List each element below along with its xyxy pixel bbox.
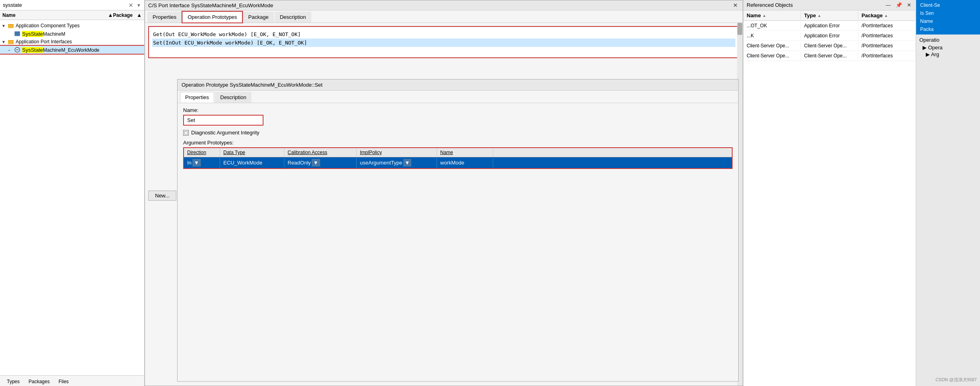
arg-header-implpolicy: ImplPolicy [357, 148, 437, 157]
op-proto-title: Operation Prototype SysStateMachineM_Ecu… [182, 82, 323, 88]
arg-implpolicy-arrow[interactable]: ▼ [403, 159, 412, 167]
scroll-thumb[interactable] [737, 23, 742, 35]
ref-col-package: Package ▲ [858, 11, 916, 20]
tree-header-package: Package [113, 12, 137, 18]
tab-properties[interactable]: Properties [147, 12, 182, 22]
ref-panel-pin-icon[interactable]: 📌 [894, 2, 903, 8]
ref-col-pkg-sort[interactable]: ▲ [884, 14, 888, 18]
op-proto-tab-properties[interactable]: Properties [180, 92, 214, 103]
ref-panel-icons: — 📌 ✕ [884, 2, 913, 8]
svg-rect-4 [15, 32, 20, 36]
operation-list-area: Get(Out ECU_WorkMode workMode) [E_OK, E_… [148, 26, 739, 58]
ref-panel-minimize-icon[interactable]: — [884, 2, 892, 8]
op-proto-content: Name: □ Diagnostic Argument Integrity Ar… [178, 103, 738, 381]
ref-panel-header: Referenced Objects — 📌 ✕ [743, 0, 916, 10]
ref-cell-type-2: Client-Server Ope... [801, 42, 858, 50]
cs-panel-close-icon[interactable]: ✕ [731, 2, 739, 8]
opera-icon: ▶ [923, 45, 927, 51]
arg-section-label: Argument Prototypes: [183, 140, 733, 146]
arg-direction-arrow[interactable]: ▼ [192, 159, 201, 167]
ref-col-name: Name ▲ [743, 11, 801, 20]
search-clear-icon[interactable]: ✕ [127, 1, 135, 9]
sysstatemachinem-ecuworkmode-label: SysStateMachineM_EcuWorkMode [22, 47, 100, 53]
op-proto-tabs: Properties Description [178, 91, 738, 103]
ref-row-3[interactable]: Client-Server Ope... Client-Server Ope..… [743, 51, 916, 61]
arg-header-direction: Direction [184, 148, 220, 157]
ref-col-name-sort[interactable]: ▲ [762, 14, 766, 18]
ref-cell-pkg-0: /PortInterfaces [858, 22, 916, 30]
ref-cell-name-3: Client-Server Ope... [743, 52, 801, 60]
opera-item[interactable]: ▶ Opera [919, 45, 977, 51]
tree-header: Name ▲ Package ▲ [0, 10, 144, 20]
diagnostic-checkbox[interactable]: □ [183, 130, 189, 136]
operatio-label: Operatio [919, 37, 977, 43]
cs-panel-content: Get(Out ECU_WorkMode workMode) [E_OK, E_… [145, 23, 743, 386]
name-input[interactable] [183, 115, 263, 126]
arg-direction-value: In [187, 160, 192, 166]
ref-panel-title: Referenced Objects [747, 2, 884, 8]
ref-col-type-sort[interactable]: ▲ [817, 14, 821, 18]
ref-panel-close-icon[interactable]: ✕ [906, 2, 913, 8]
arg-name-cell: workMode [437, 158, 493, 167]
tab-operation-prototypes[interactable]: Operation Prototypes [182, 12, 242, 22]
component-icon [14, 30, 21, 37]
ref-table-header: Name ▲ Type ▲ Package ▲ [743, 10, 916, 21]
bottom-tabs: Types Packages Files [0, 375, 144, 386]
arg-label: Arg [931, 51, 939, 57]
op-proto-tab-description[interactable]: Description [215, 92, 251, 103]
name-field-row: Name: [183, 107, 504, 126]
search-dropdown-icon[interactable]: ▼ [135, 2, 143, 8]
arg-calibration-arrow[interactable]: ▼ [312, 159, 320, 167]
app-comp-types-label: Application Component Types [16, 23, 80, 28]
app-port-interfaces-label: Application Port Interfaces [16, 39, 72, 45]
new-button[interactable]: New... [148, 191, 176, 201]
extra-tab-is-sen[interactable]: Is Sen [919, 10, 978, 17]
extra-tab-client-se[interactable]: Client-Se [919, 2, 978, 9]
opera-label: Opera [928, 45, 943, 51]
ref-col-name-label: Name [747, 12, 761, 18]
tab-packages[interactable]: Packages [24, 377, 54, 386]
ref-row-2[interactable]: Client-Server Ope... Client-Server Ope..… [743, 41, 916, 51]
ref-cell-pkg-2: /PortInterfaces [858, 42, 916, 50]
ref-row-0[interactable]: ...OT_OK Application Error /PortInterfac… [743, 21, 916, 31]
tree-item-app-port-interfaces[interactable]: ▼ Application Port Interfaces [0, 38, 144, 46]
arg-table-row: In ▼ ECU_WorkMode ReadOnly ▼ useArgument… [184, 157, 732, 168]
tree-expand-icon: ▼ [2, 24, 7, 28]
extra-tab-name[interactable]: Name [919, 18, 978, 25]
ref-cell-name-0: ...OT_OK [743, 22, 801, 30]
watermark: CSDN @流浪犬9587 [935, 377, 977, 383]
tree-item-sysstatemachinem-ecuworkmode[interactable]: – SysStateMachineM_EcuWorkMode [0, 46, 144, 54]
ref-row-1[interactable]: ...K Application Error /PortInterfaces [743, 31, 916, 41]
name-label: Name: [183, 107, 504, 113]
ref-cell-name-1: ...K [743, 32, 801, 40]
ref-col-pkg-label: Package [862, 12, 883, 18]
tab-package[interactable]: Package [243, 12, 274, 22]
middle-area: C/S Port Interface SysStateMachineM_EcuW… [145, 0, 743, 386]
tab-description[interactable]: Description [275, 12, 311, 22]
cs-panel-title: C/S Port Interface SysStateMachineM_EcuW… [148, 2, 731, 8]
tab-types[interactable]: Types [2, 377, 24, 386]
arg-header-calibration: Calibration Access [284, 148, 357, 157]
op-get-item[interactable]: Get(Out ECU_WorkMode workMode) [E_OK, E_… [152, 30, 735, 39]
svg-rect-6 [8, 41, 14, 44]
ref-cell-type-3: Client-Server Ope... [801, 52, 858, 60]
op-set-item[interactable]: Set(InOut ECU_WorkMode workMode) [E_OK, … [152, 39, 735, 47]
arg-table-header: Direction Data Type Calibration Access I… [184, 148, 732, 157]
ref-col-type: Type ▲ [801, 11, 858, 20]
right-extra-tabs: Client-Se Is Sen Name Packa [916, 0, 980, 35]
tree-expand-icon2: ▼ [2, 40, 7, 44]
folder-icon [7, 22, 14, 29]
extra-tab-packa[interactable]: Packa [919, 26, 978, 33]
ref-cell-type-1: Application Error [801, 32, 858, 40]
arg-item[interactable]: ▶ Arg [919, 51, 977, 57]
op-proto-panel: Operation Prototype SysStateMachineM_Ecu… [177, 79, 739, 382]
arg-table-wrapper: Direction Data Type Calibration Access I… [183, 147, 733, 169]
tab-files[interactable]: Files [54, 377, 73, 386]
tree-item-app-comp-types[interactable]: ▼ Application Component Types [0, 22, 144, 30]
right-extra-panel: Client-Se Is Sen Name Packa Operatio ▶ O… [916, 0, 980, 386]
cs-panel-header: C/S Port Interface SysStateMachineM_EcuW… [145, 0, 743, 10]
ref-cell-type-0: Application Error [801, 22, 858, 30]
search-input[interactable] [2, 1, 127, 9]
tree-item-sysstatemachinem[interactable]: SysStateMachineM [0, 30, 144, 38]
ref-cell-name-2: Client-Server Ope... [743, 42, 801, 50]
